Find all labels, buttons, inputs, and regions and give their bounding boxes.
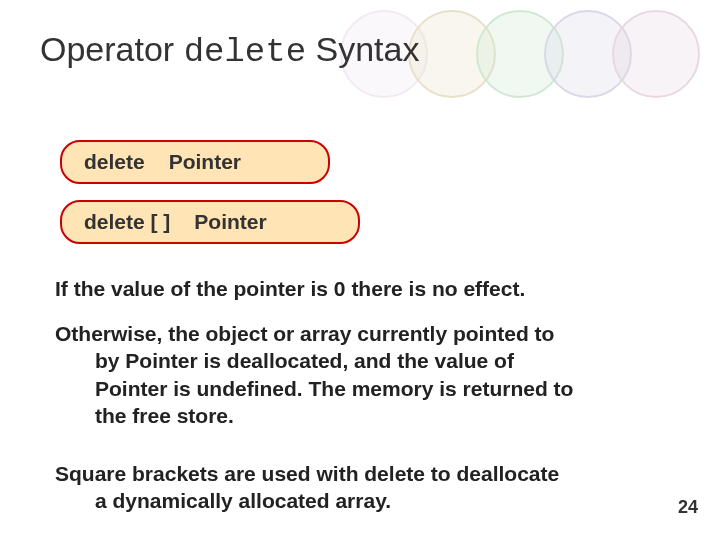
syntax-box-single: deletePointer [60, 140, 330, 184]
paragraph-2: Otherwise, the object or array currently… [55, 320, 675, 429]
p3-line: a dynamically allocated array. [55, 487, 675, 514]
page-number: 24 [678, 497, 698, 518]
syntax-keyword: delete [84, 150, 145, 173]
title-mono: delete [184, 33, 306, 71]
p2-line: Otherwise, the object or array currently… [55, 322, 554, 345]
syntax-operand: Pointer [194, 210, 266, 233]
p2-line: the free store. [55, 402, 675, 429]
paragraph-1: If the value of the pointer is 0 there i… [55, 275, 675, 302]
slide-title: Operator delete Syntax [40, 30, 419, 71]
paragraph-3: Square brackets are used with delete to … [55, 460, 675, 515]
p2-line: Pointer is undefined. The memory is retu… [55, 375, 675, 402]
title-part1: Operator [40, 30, 184, 68]
circle-decoration [612, 10, 700, 98]
syntax-operand: Pointer [169, 150, 241, 173]
p2-line: by Pointer is deallocated, and the value… [55, 347, 675, 374]
title-part2: Syntax [306, 30, 419, 68]
syntax-keyword: delete [ ] [84, 210, 170, 233]
p3-line: Square brackets are used with delete to … [55, 462, 559, 485]
syntax-box-array: delete [ ]Pointer [60, 200, 360, 244]
